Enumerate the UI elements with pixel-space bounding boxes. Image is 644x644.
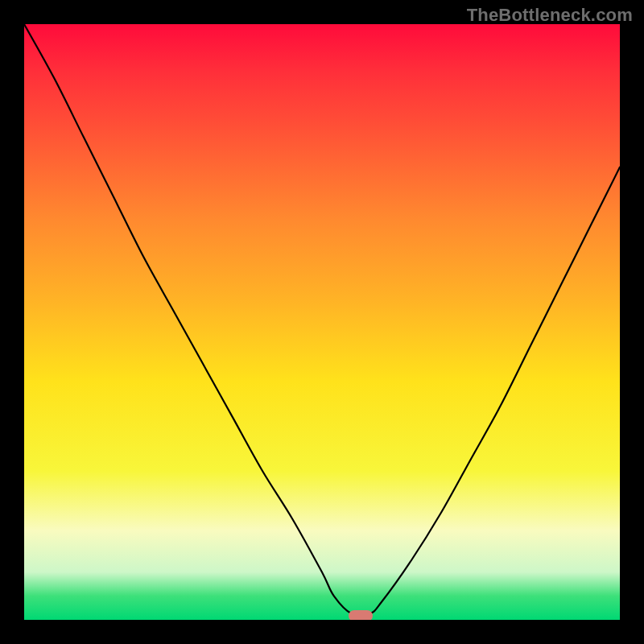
bottleneck-curve (24, 24, 620, 620)
watermark-text: TheBottleneck.com (467, 5, 633, 26)
plot-area (24, 24, 620, 620)
optimal-marker (349, 610, 373, 620)
chart-frame: TheBottleneck.com (0, 0, 644, 644)
